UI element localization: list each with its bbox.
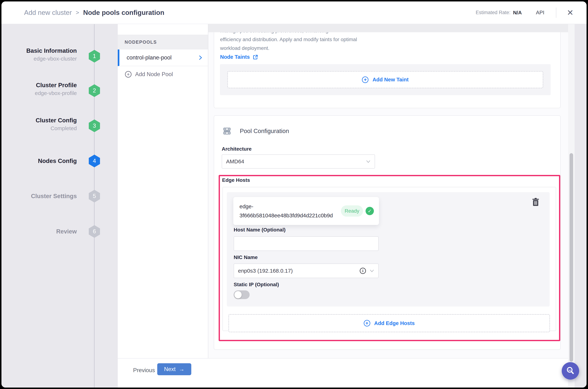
- arrow-right-icon: →: [179, 366, 184, 373]
- architecture-select[interactable]: AMD64: [222, 155, 375, 169]
- edge-hosts-container: edge- 3f666b581048ee48b3fd9d4d221c0b9d R…: [222, 187, 556, 331]
- edge-host-chip[interactable]: edge- 3f666b581048ee48b3fd9d4d221c0b9d R…: [233, 197, 379, 225]
- step-title: Cluster Config: [8, 116, 77, 124]
- node-taints-link-label: Node Taints: [220, 54, 250, 60]
- main-top-strip: [208, 24, 568, 32]
- edge-host-id-line1: edge-: [239, 202, 333, 211]
- add-node-pool-label: Add Node Pool: [135, 71, 173, 78]
- wizard-stepper-sidebar: Basic Information edge-vbox-cluster 1 Cl…: [1, 24, 118, 388]
- wizard-footer: Previous Next →: [118, 358, 568, 388]
- step-1-badge[interactable]: 1: [89, 50, 100, 63]
- host-name-label: Host Name (Optional): [234, 227, 286, 233]
- add-edge-hosts-label: Add Edge Hosts: [374, 320, 415, 326]
- chevron-down-icon: [366, 159, 371, 164]
- step-number: 5: [93, 193, 96, 199]
- plus-glyph: +: [127, 72, 130, 77]
- status-badge: Ready: [341, 205, 363, 217]
- nodepools-panel: NODEPOOLS control-plane-pool + Add Node …: [118, 24, 208, 388]
- nic-name-value: enp0s3 (192.168.0.17): [238, 268, 293, 274]
- step-number: 2: [93, 87, 96, 94]
- step-title: Nodes Config: [8, 157, 77, 165]
- external-link-icon: [253, 54, 258, 60]
- search-smile-icon: [565, 366, 575, 376]
- taints-description: manage pod scheduling preferences, enhan…: [220, 32, 357, 53]
- add-new-taint-button[interactable]: + Add New Taint: [227, 71, 543, 88]
- page-title: Node pools configuration: [83, 9, 164, 16]
- step-6-badge[interactable]: 6: [89, 225, 100, 238]
- edge-host-id: edge- 3f666b581048ee48b3fd9d4d221c0b9d: [239, 202, 333, 220]
- taints-description-line3: workload deployment.: [220, 44, 357, 53]
- add-new-taint-label: Add New Taint: [372, 77, 409, 83]
- taints-description-line-clipped: manage pod scheduling preferences, enhan…: [220, 32, 357, 35]
- step-cluster-config[interactable]: Cluster Config Completed: [8, 116, 77, 132]
- vertical-scrollbar-track[interactable]: [568, 24, 575, 388]
- check-glyph: ✓: [368, 208, 372, 214]
- nic-name-select[interactable]: enp0s3 (192.168.0.17) i: [234, 263, 379, 278]
- step-cluster-settings[interactable]: Cluster Settings: [8, 192, 77, 200]
- taints-list-container: + Add New Taint: [220, 64, 551, 95]
- header-divider: [556, 8, 556, 18]
- vertical-scrollbar-thumb[interactable]: [569, 153, 573, 362]
- chevron-right-icon: [198, 55, 203, 60]
- step-title: Cluster Profile: [8, 81, 77, 89]
- info-glyph: i: [362, 268, 363, 273]
- edge-host-id-line2: 3f666b581048ee48b3fd9d4d221c0b9d: [239, 211, 333, 220]
- plus-circle-icon: +: [125, 71, 132, 78]
- server-stack-icon: [224, 128, 231, 134]
- check-circle-icon: ✓: [366, 207, 374, 215]
- architecture-label: Architecture: [222, 146, 252, 152]
- api-button[interactable]: API: [536, 10, 544, 16]
- host-name-input[interactable]: [234, 236, 379, 251]
- step-5-badge[interactable]: 5: [89, 190, 100, 202]
- plus-glyph: +: [365, 321, 368, 326]
- step-2-badge[interactable]: 2: [89, 84, 100, 97]
- architecture-value: AMD64: [226, 159, 244, 164]
- add-node-pool-button[interactable]: + Add Node Pool: [118, 66, 208, 82]
- step-title: Basic Information: [8, 47, 77, 55]
- step-cluster-profile[interactable]: Cluster Profile edge-vbox-profile: [8, 81, 77, 97]
- estimated-rate-label: Estimated Rate:: [476, 10, 510, 15]
- pool-configuration-header: Pool Configuration: [224, 128, 289, 134]
- main-scroll-area[interactable]: manage pod scheduling preferences, enhan…: [208, 32, 568, 358]
- nic-name-label: NIC Name: [234, 255, 258, 260]
- step-review[interactable]: Review: [8, 227, 77, 235]
- node-taints-card: manage pod scheduling preferences, enhan…: [214, 32, 561, 108]
- delete-host-trash-icon[interactable]: [531, 197, 540, 207]
- add-edge-hosts-button[interactable]: + Add Edge Hosts: [228, 314, 550, 332]
- estimated-rate-value: N/A: [513, 10, 522, 16]
- close-icon[interactable]: ✕: [567, 8, 574, 17]
- next-button-label: Next: [164, 366, 176, 373]
- wizard-header: Add new cluster > Node pools configurati…: [1, 1, 587, 24]
- step-4-badge[interactable]: 4: [89, 155, 100, 167]
- chevron-down-icon: [370, 268, 374, 273]
- step-subtitle: edge-vbox-profile: [8, 89, 77, 97]
- step-title: Review: [8, 227, 77, 235]
- step-subtitle: edge-vbox-cluster: [8, 55, 77, 63]
- static-ip-label: Static IP (Optional): [234, 282, 279, 288]
- step-nodes-config[interactable]: Nodes Config: [8, 157, 77, 165]
- toggle-knob: [235, 291, 242, 298]
- edge-hosts-label: Edge Hosts: [222, 177, 250, 183]
- previous-button[interactable]: Previous: [133, 364, 155, 377]
- help-search-widget-button[interactable]: [562, 362, 579, 380]
- edge-hosts-highlighted-section: Edge Hosts edge- 3f666b581048ee48b3fd9d4…: [219, 175, 560, 341]
- info-icon[interactable]: i: [360, 268, 366, 274]
- breadcrumb-parent[interactable]: Add new cluster: [24, 9, 72, 16]
- plus-circle-icon: +: [362, 76, 368, 83]
- plus-circle-icon: +: [364, 320, 370, 326]
- step-title: Cluster Settings: [8, 192, 77, 200]
- pool-configuration-card: Pool Configuration Architecture AMD64 Ed…: [214, 115, 561, 350]
- static-ip-toggle[interactable]: [234, 291, 250, 299]
- node-taints-link[interactable]: Node Taints: [220, 54, 258, 60]
- nodepool-item-control-plane-pool[interactable]: control-plane-pool: [118, 49, 208, 66]
- pool-configuration-title: Pool Configuration: [240, 128, 289, 134]
- step-3-badge[interactable]: 3: [89, 120, 100, 132]
- next-button[interactable]: Next →: [157, 363, 191, 375]
- step-number: 4: [93, 158, 96, 164]
- breadcrumb-separator-icon: >: [76, 9, 79, 16]
- nodepools-heading: NODEPOOLS: [118, 35, 208, 49]
- step-number: 6: [93, 228, 96, 235]
- step-basic-information[interactable]: Basic Information edge-vbox-cluster: [8, 47, 77, 63]
- step-number: 1: [93, 53, 96, 60]
- right-gutter: [575, 24, 587, 388]
